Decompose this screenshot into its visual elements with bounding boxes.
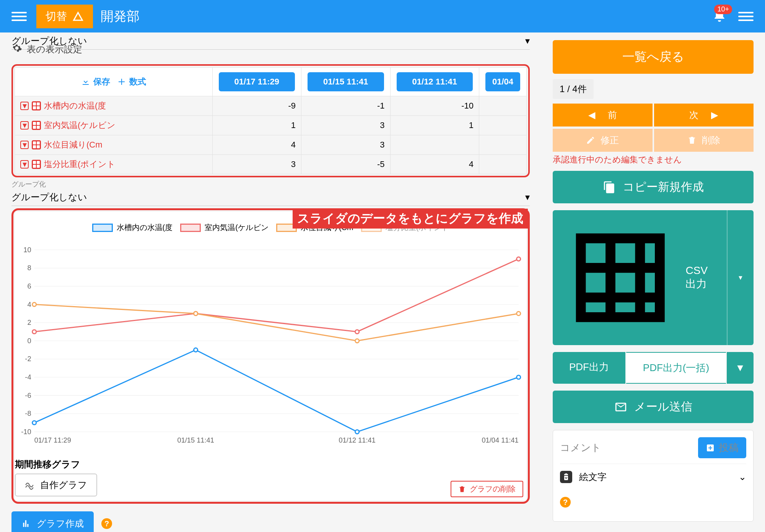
data-table: 保存 数式 01/17 11:29 01/15 11:41 01/12 11:4… [15,67,527,174]
svg-point-28 [355,430,359,434]
back-to-list-button[interactable]: 一覧へ戻る [553,40,754,74]
line-chart: -10-8-6-4-2024681001/17 11:2901/15 11:41… [15,240,526,454]
row-dropdown-icon[interactable]: ▾ [20,160,29,169]
table-cell[interactable]: -1 [301,96,390,116]
help-icon[interactable]: ? [101,518,112,529]
table-cell[interactable] [479,96,527,116]
plus-square-icon [706,443,715,453]
svg-text:01/15 11:41: 01/15 11:41 [177,436,214,444]
gear-icon [11,43,22,56]
svg-text:0: 0 [27,337,31,345]
emoji-row[interactable]: 絵文字 ⌄ [560,464,746,490]
menu-right-icon[interactable] [738,9,754,24]
delete-graph-button[interactable]: グラフの削除 [451,481,523,497]
grid-icon [32,160,41,169]
pdf-export-button[interactable]: PDF出力 [553,352,625,384]
table-cell[interactable]: -5 [301,155,390,174]
svg-point-27 [194,348,198,352]
grid-icon [32,140,41,149]
create-graph-button[interactable]: グラフ作成 [11,511,94,532]
chart-highlight: スライダのデータをもとにグラフを作成 水槽内の水温(度室内気温(ケルビン水位目減… [11,208,530,504]
table-cell[interactable] [479,155,527,174]
svg-text:01/17 11:29: 01/17 11:29 [34,436,71,444]
date-column-3[interactable]: 01/04 [485,72,520,91]
table-cell[interactable]: 3 [212,155,301,174]
svg-text:-4: -4 [25,373,31,381]
table-cell[interactable]: 1 [390,116,479,135]
mail-icon [614,401,627,414]
svg-point-33 [517,257,521,261]
date-column-2[interactable]: 01/12 11:41 [397,72,473,91]
date-column-1[interactable]: 01/15 11:41 [308,72,384,91]
data-table-highlight: 保存 数式 01/17 11:29 01/15 11:41 01/12 11:4… [11,64,530,177]
svg-text:8: 8 [27,264,31,272]
table-cell[interactable]: 4 [212,135,301,155]
date-column-0[interactable]: 01/17 11:29 [219,72,295,91]
table-cell[interactable]: 4 [390,155,479,174]
legend-item[interactable]: 室内気温(ケルビン [180,222,269,233]
copy-icon [603,181,616,194]
copy-new-button[interactable]: コピー新規作成 [553,171,754,203]
custom-graph-button[interactable]: 自作グラフ [15,474,97,496]
menu-icon[interactable] [11,9,27,24]
row-dropdown-icon[interactable]: ▾ [20,141,29,149]
csv-dropdown[interactable]: ▼ [727,210,754,345]
table-cell[interactable] [479,135,527,155]
table-settings[interactable]: 表の表示設定 [11,43,530,56]
chart-title: 期間推移グラフ [15,458,526,470]
table-cell[interactable] [479,116,527,135]
top-bar: 切替 開発部 10+ [0,0,765,32]
delete-button[interactable]: 削除 [654,129,754,152]
edit-button[interactable]: 修正 [553,129,653,152]
table-cell[interactable]: -9 [212,96,301,116]
pdf-bulk-button[interactable]: PDF出力(一括) [626,352,726,384]
svg-text:01/12 11:41: 01/12 11:41 [339,436,376,444]
row-dropdown-icon[interactable]: ▾ [20,102,29,110]
table-cell[interactable] [390,135,479,155]
legend-item[interactable]: 水槽内の水温(度 [92,222,173,233]
table-cell[interactable]: 3 [301,135,390,155]
grid-icon [561,219,679,337]
svg-text:10: 10 [23,246,31,254]
prev-button[interactable]: ◀ 前 [553,104,653,127]
notifications-button[interactable]: 10+ [712,8,727,24]
grid-icon [32,101,41,110]
bar-chart-icon [21,519,31,529]
svg-point-26 [33,421,36,425]
svg-text:-8: -8 [25,409,31,417]
next-button[interactable]: 次 ▶ [654,104,754,127]
pdf-dropdown[interactable]: ▼ [727,352,754,384]
triangle-icon [72,11,84,22]
trash-icon [458,485,466,493]
group-select-bottom[interactable]: グループ化しない ▾ [11,189,530,206]
svg-text:-2: -2 [25,355,31,363]
trash-icon [687,136,697,145]
table-cell[interactable]: 3 [301,116,390,135]
save-button[interactable]: 保存 [81,76,110,88]
svg-text:-6: -6 [25,391,31,399]
row-label: ▾水位目減り(Cm [20,139,207,151]
chevron-down-icon: ⌄ [739,472,746,482]
switch-label: 切替 [46,9,67,24]
formula-button[interactable]: 数式 [117,76,146,88]
switch-button[interactable]: 切替 [36,5,93,28]
notification-badge: 10+ [714,5,732,14]
help-icon[interactable]: ? [560,497,571,508]
approval-warning: 承認進行中のため編集できません [553,154,754,165]
download-icon [81,77,90,86]
row-label: ▾水槽内の水温(度 [20,100,207,112]
csv-export-button[interactable]: CSV出力 [553,210,727,345]
svg-point-30 [33,330,36,334]
table-cell[interactable]: 1 [212,116,301,135]
chevron-down-icon: ▾ [525,192,530,203]
clipboard-icon [560,471,572,483]
post-comment-button[interactable]: 投稿 [698,437,746,458]
emoji-label: 絵文字 [579,471,607,483]
table-cell[interactable]: -10 [390,96,479,116]
row-dropdown-icon[interactable]: ▾ [20,121,29,130]
annotation-label: スライダのデータをもとにグラフを作成 [293,209,528,229]
mail-send-button[interactable]: メール送信 [553,391,754,423]
wave-icon [25,480,35,490]
svg-text:-10: -10 [21,428,31,436]
caret-down-icon: ▼ [735,362,745,374]
